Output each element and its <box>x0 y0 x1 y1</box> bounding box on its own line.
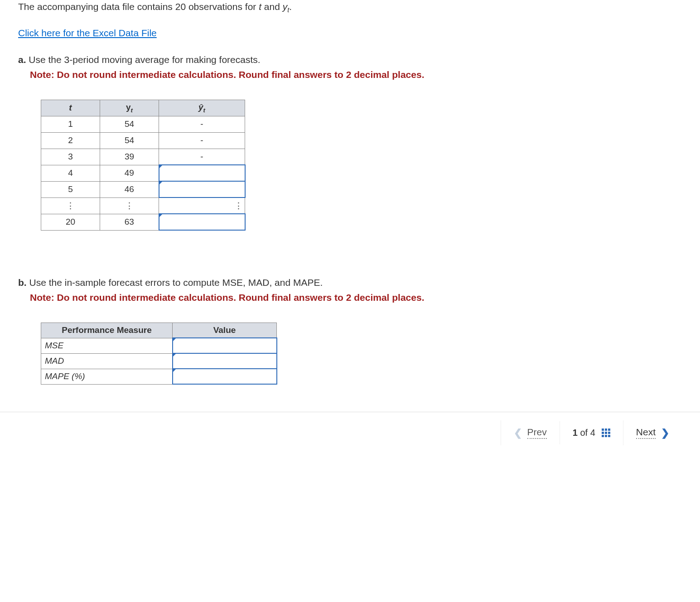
table-row: MSE <box>41 338 277 353</box>
part-b-section: b. Use the in-sample forecast errors to … <box>18 276 682 385</box>
cell-t: 5 <box>41 181 100 197</box>
cell-yt: ⋮ <box>100 197 159 214</box>
cell-yt: 46 <box>100 181 159 197</box>
col-header-t: t <box>41 100 100 116</box>
cell-yt: 54 <box>100 116 159 132</box>
part-a-section: a. Use the 3-period moving average for m… <box>18 53 682 231</box>
yhat-input[interactable] <box>159 165 245 181</box>
cell-yt: 39 <box>100 149 159 165</box>
table-row: 1 54 - <box>41 116 245 132</box>
cell-yhat: - <box>159 132 245 149</box>
cell-t: 2 <box>41 132 100 149</box>
yhat-input[interactable] <box>159 214 245 230</box>
part-a-note: Note: Do not round intermediate calculat… <box>18 68 682 81</box>
cell-yhat: ⋮ <box>159 197 245 214</box>
perf-value-input[interactable] <box>173 369 277 384</box>
input-marker-icon <box>159 214 163 217</box>
perf-value-input[interactable] <box>173 353 277 369</box>
page-indicator: 1 of 4 <box>560 421 623 444</box>
yhat-input[interactable] <box>159 181 245 197</box>
part-b-prompt: b. Use the in-sample forecast errors to … <box>18 276 682 289</box>
col-header-yhat: ŷt <box>159 100 245 116</box>
table-row: 20 63 <box>41 214 245 230</box>
col-header-yt: yt <box>100 100 159 116</box>
table-row: 5 46 <box>41 181 245 197</box>
grid-icon[interactable] <box>602 429 610 437</box>
cell-t: 1 <box>41 116 100 132</box>
pagination-nav: ❮ Prev 1 of 4 Next ❯ <box>0 412 700 453</box>
excel-data-file-link[interactable]: Click here for the Excel Data File <box>18 28 157 39</box>
table-row: MAPE (%) <box>41 369 277 384</box>
cell-yt: 49 <box>100 165 159 181</box>
cell-t: 4 <box>41 165 100 181</box>
part-b-note: Note: Do not round intermediate calculat… <box>18 291 682 304</box>
perf-label: MAD <box>41 353 173 369</box>
cell-yhat: - <box>159 116 245 132</box>
chevron-right-icon: ❯ <box>661 427 669 439</box>
input-marker-icon <box>159 181 163 185</box>
cell-t: ⋮ <box>41 197 100 214</box>
forecast-table: t yt ŷt 1 54 - 2 54 - <box>41 100 246 231</box>
table-row: 2 54 - <box>41 132 245 149</box>
part-a-prompt: a. Use the 3-period moving average for m… <box>18 53 682 66</box>
perf-value-input[interactable] <box>173 338 277 353</box>
perf-label: MSE <box>41 338 173 353</box>
table-row: MAD <box>41 353 277 369</box>
col-header-value: Value <box>173 323 277 338</box>
input-marker-icon <box>173 338 176 342</box>
input-marker-icon <box>173 369 176 372</box>
col-header-measure: Performance Measure <box>41 323 173 338</box>
perf-label: MAPE (%) <box>41 369 173 384</box>
performance-table: Performance Measure Value MSE MAD MAPE (… <box>41 323 277 385</box>
chevron-left-icon: ❮ <box>514 427 522 439</box>
cell-yt: 54 <box>100 132 159 149</box>
intro-text: The accompanying data file contains 20 o… <box>18 0 682 15</box>
cell-t: 20 <box>41 214 100 230</box>
input-marker-icon <box>173 353 176 357</box>
cell-yt: 63 <box>100 214 159 230</box>
table-row: 4 49 <box>41 165 245 181</box>
prev-button[interactable]: ❮ Prev <box>501 420 560 445</box>
input-marker-icon <box>159 165 163 169</box>
cell-yhat: - <box>159 149 245 165</box>
table-row: 3 39 - <box>41 149 245 165</box>
next-button[interactable]: Next ❯ <box>623 420 682 445</box>
table-row: ⋮ ⋮ ⋮ <box>41 197 245 214</box>
cell-t: 3 <box>41 149 100 165</box>
